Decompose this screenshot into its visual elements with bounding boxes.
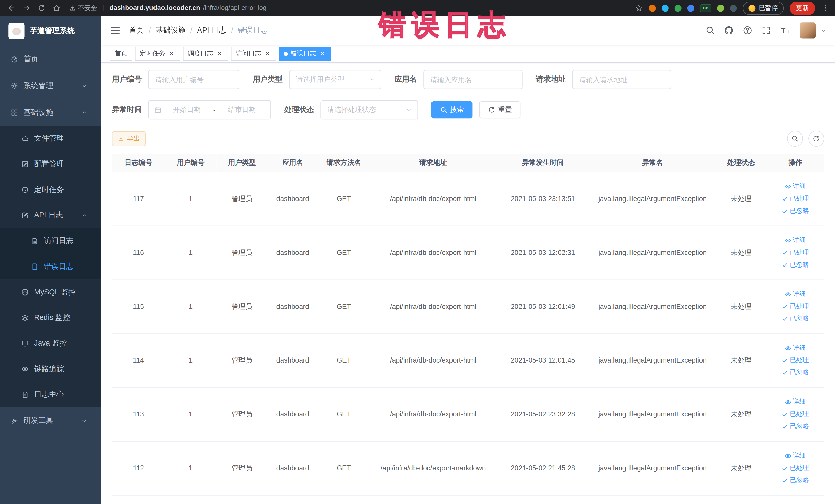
sidebar-item-system[interactable]: 系统管理 <box>0 73 101 99</box>
cell-request-url: /api/infra/db-doc/export-html <box>370 172 497 226</box>
sidebar-item-mysql[interactable]: MySQL 监控 <box>0 279 101 305</box>
tab-home[interactable]: 首页 <box>110 47 132 61</box>
toggle-search-button[interactable] <box>787 131 803 147</box>
paused-badge[interactable]: 已暂停 <box>743 1 784 15</box>
tab-error-log[interactable]: 错误日志× <box>279 47 331 61</box>
back-icon[interactable] <box>5 2 18 14</box>
export-button[interactable]: 导出 <box>112 131 145 146</box>
app-name-input[interactable] <box>423 70 522 89</box>
ignored-link[interactable]: 已忽略 <box>781 476 809 485</box>
chevron-up-icon <box>81 109 87 116</box>
refresh-table-button[interactable] <box>808 131 824 147</box>
tab-job-log[interactable]: 调度日志× <box>183 47 228 61</box>
sidebar-item-config[interactable]: 配置管理 <box>0 152 101 177</box>
cell-app-name: dashboard <box>268 333 318 387</box>
process-status-select[interactable]: 请选择处理状态 <box>320 100 418 120</box>
action-label: 详细 <box>793 182 806 191</box>
process-status-placeholder: 请选择处理状态 <box>327 105 376 115</box>
breadcrumb-item[interactable]: API 日志 <box>197 26 226 35</box>
forward-icon[interactable] <box>20 2 33 14</box>
ignored-link[interactable]: 已忽略 <box>781 422 809 431</box>
request-url-input[interactable] <box>572 70 671 89</box>
sidebar-item-error-log[interactable]: 错误日志 <box>0 254 101 280</box>
extension-leaf-icon[interactable] <box>717 5 724 12</box>
cell-user-type: 管理员 <box>217 441 268 495</box>
column-header: 应用名 <box>268 154 318 172</box>
column-header: 异常名 <box>589 154 716 172</box>
error-time-range-picker[interactable]: 开始日期 - 结束日期 <box>148 100 271 120</box>
sidebar-item-infra[interactable]: 基础设施 <box>0 99 101 126</box>
ignored-link[interactable]: 已忽略 <box>781 260 809 269</box>
table-body: 1171管理员dashboardGET/api/infra/db-doc/exp… <box>112 172 824 495</box>
processed-link[interactable]: 已处理 <box>781 248 809 257</box>
extension-blue-grid-icon[interactable] <box>687 5 694 12</box>
extension-green-check-icon[interactable] <box>675 5 681 12</box>
detail-link[interactable]: 详细 <box>785 344 806 352</box>
address-bar[interactable]: 不安全 | dashboard.yudao.iocoder.cn/infra/l… <box>69 4 266 13</box>
avatar-caret-icon[interactable] <box>821 27 827 33</box>
table-header-row: 日志编号用户编号用户类型应用名请求方法名请求地址异常发生时间异常名处理状态操作 <box>112 154 824 172</box>
ignored-link[interactable]: 已忽略 <box>781 206 809 216</box>
help-icon[interactable] <box>743 26 752 35</box>
processed-link[interactable]: 已处理 <box>781 463 809 472</box>
sidebar-item-home[interactable]: 首页 <box>0 46 101 73</box>
sidebar-item-api-log[interactable]: API 日志 <box>0 203 101 228</box>
detail-link[interactable]: 详细 <box>785 182 806 191</box>
extension-orange-icon[interactable] <box>649 5 656 12</box>
reset-button-label: 重置 <box>498 105 512 115</box>
github-icon[interactable] <box>724 26 734 35</box>
action-label: 已忽略 <box>790 206 809 216</box>
sidebar-item-file[interactable]: 文件管理 <box>0 126 101 152</box>
sidebar-item-log-center[interactable]: 日志中心 <box>0 382 101 407</box>
extension-cyan-icon[interactable] <box>662 5 669 12</box>
forward-icon <box>22 4 31 12</box>
sidebar-item-job[interactable]: 定时任务 <box>0 177 101 203</box>
sidebar-item-dev-tools[interactable]: 研发工具 <box>0 407 101 434</box>
breadcrumb-item[interactable]: 首页 <box>129 26 144 35</box>
app-logo[interactable]: 芋道管理系统 <box>0 16 101 46</box>
ignored-link[interactable]: 已忽略 <box>781 368 809 377</box>
sidebar-item-redis[interactable]: Redis 监控 <box>0 305 101 331</box>
bookmark-star-icon[interactable] <box>634 4 643 12</box>
tab-close-icon[interactable]: × <box>216 50 223 57</box>
fullscreen-icon[interactable] <box>761 26 771 35</box>
processed-link[interactable]: 已处理 <box>781 302 809 311</box>
search-button[interactable]: 搜索 <box>431 101 472 118</box>
browser-menu-icon[interactable] <box>821 4 830 12</box>
tab-access-log[interactable]: 访问日志× <box>231 47 276 61</box>
column-header: 请求地址 <box>370 154 497 172</box>
cell-log-id: 113 <box>112 387 165 441</box>
eye-icon <box>785 183 791 190</box>
sidebar-item-tracer[interactable]: 链路追踪 <box>0 356 101 382</box>
sidebar-item-access-log[interactable]: 访问日志 <box>0 228 101 254</box>
user-avatar[interactable] <box>800 22 816 38</box>
detail-link[interactable]: 详细 <box>785 236 806 245</box>
tab-job[interactable]: 定时任务× <box>135 47 180 61</box>
processed-link[interactable]: 已处理 <box>781 356 809 365</box>
tab-close-icon[interactable]: × <box>264 50 271 57</box>
reload-icon[interactable] <box>35 2 48 14</box>
search-icon[interactable] <box>705 26 715 35</box>
reset-button[interactable]: 重置 <box>479 101 520 118</box>
ignored-link[interactable]: 已忽略 <box>781 314 809 323</box>
browser-update-button[interactable]: 更新 <box>790 1 815 15</box>
processed-link[interactable]: 已处理 <box>781 194 809 203</box>
detail-link[interactable]: 详细 <box>785 398 806 406</box>
sidebar-item-java[interactable]: Java 监控 <box>0 331 101 356</box>
extension-dark-icon[interactable] <box>730 5 737 12</box>
user-type-select[interactable]: 请选择用户类型 <box>289 70 381 89</box>
processed-link[interactable]: 已处理 <box>781 409 809 419</box>
home-icon[interactable] <box>50 2 63 14</box>
font-size-icon[interactable]: TT <box>780 25 791 36</box>
detail-link[interactable]: 详细 <box>785 289 806 299</box>
row-actions: 详细已处理已忽略 <box>770 398 821 431</box>
breadcrumb-item[interactable]: 基础设施 <box>156 26 185 35</box>
extension-on-badge[interactable]: on <box>700 4 711 12</box>
detail-link[interactable]: 详细 <box>785 451 806 460</box>
tab-close-icon[interactable]: × <box>319 50 326 57</box>
site-security[interactable]: 不安全 <box>69 4 97 13</box>
tab-close-icon[interactable]: × <box>168 50 175 57</box>
user-id-input[interactable] <box>148 70 239 89</box>
url-path: /infra/log/api-error-log <box>203 4 266 12</box>
hamburger-icon[interactable] <box>110 25 121 36</box>
